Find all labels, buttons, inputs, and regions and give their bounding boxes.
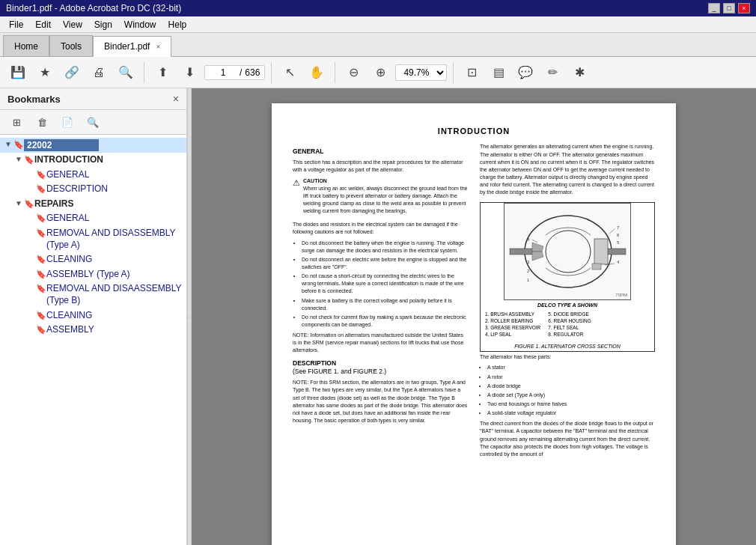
bookmark-item-removal-a[interactable]: 🔖 REMOVAL AND DISASSEMBLY (Type A) (0, 226, 186, 252)
pdf-caution-body: When using an arc welder, always disconn… (303, 185, 468, 216)
pdf-caution-block: ⚠ CAUTION When using an arc welder, alwa… (293, 177, 468, 219)
close-button[interactable]: × (738, 3, 750, 13)
bookmark-label-cleaning-2: CLEANING (46, 310, 92, 322)
menu-help[interactable]: Help (162, 18, 193, 31)
bookmark-item-removal-b[interactable]: 🔖 REMOVAL AND DISAASSEMBLY (Type B) (0, 281, 186, 308)
bookmark-label-cleaning-1: CLEANING (46, 254, 92, 266)
bookmark-item-assembly-b[interactable]: 🔖 ASSEMBLY (0, 323, 186, 338)
bookmark-label-introduction: INTRODUCTION (34, 154, 103, 166)
comment-button[interactable]: 💬 (513, 61, 537, 85)
hand-tool-button[interactable]: ✋ (305, 61, 329, 85)
page-navigation: / 636 (204, 65, 265, 80)
bookmark-item-cleaning-2[interactable]: 🔖 CLEANING (0, 308, 186, 323)
delete-bookmark-button[interactable]: 🗑 (31, 113, 52, 131)
separator-1 (144, 62, 144, 83)
bookmark-label-assembly-a: ASSEMBLY (Type A) (46, 269, 130, 281)
bookmark-label-removal-b: REMOVAL AND DISAASSEMBLY (Type B) (46, 283, 186, 306)
pdf-right-parts-intro: The alternator has these parts: (480, 353, 655, 361)
menu-file[interactable]: File (3, 18, 29, 31)
next-page-button[interactable]: ⬇ (177, 61, 201, 85)
pdf-general-body: This section has a description and the r… (293, 159, 468, 354)
bookmark-item-22002[interactable]: ▼ 🔖 (0, 138, 186, 153)
new-bookmark-button[interactable]: ⊞ (6, 113, 27, 131)
zoom-in-button[interactable]: ⊕ (368, 61, 392, 85)
menu-window[interactable]: Window (118, 18, 162, 31)
stamp-button[interactable]: ✱ (567, 61, 591, 85)
bookmark-item-general-2[interactable]: 🔖 GENERAL (0, 211, 186, 226)
bookmark-item-cleaning-1[interactable]: 🔖 CLEANING (0, 252, 186, 267)
tab-home[interactable]: Home (3, 35, 49, 56)
menu-view[interactable]: View (57, 18, 88, 31)
bookmark-label-assembly-b: ASSEMBLY (46, 324, 94, 336)
svg-text:3: 3 (527, 260, 530, 264)
svg-rect-2 (510, 249, 532, 255)
pdf-diodes-text: The diodes and resistors in the electric… (293, 221, 468, 236)
sidebar-toolbar: ⊞ 🗑 📄 🔍 (0, 110, 186, 135)
search-button[interactable]: 🔍 (114, 61, 138, 85)
bookmark-search-button[interactable]: 🔍 (82, 113, 103, 131)
title-bar-text: Binder1.pdf - Adobe Acrobat Pro DC (32-b… (6, 3, 181, 13)
expand-icon-22002[interactable]: ▼ (3, 140, 13, 148)
fit-width-button[interactable]: ▤ (487, 61, 510, 85)
bookmark-item-repairs[interactable]: ▼ 🔖 REPAIRS (0, 197, 186, 212)
bookmark-properties-button[interactable]: 📄 (57, 113, 78, 131)
bookmark-label-input-22002[interactable] (24, 139, 99, 151)
prev-page-button[interactable]: ⬆ (150, 61, 174, 85)
pdf-part-6: 6. REAR HOUSING (548, 317, 591, 324)
tab-close-button[interactable]: × (156, 43, 160, 51)
pdf-right-direct-text: The direct current from the diodes of th… (480, 420, 655, 458)
bookmark-item-assembly-a[interactable]: 🔖 ASSEMBLY (Type A) (0, 267, 186, 282)
pdf-bullet-3: Do not cause a short-circuit by connecti… (302, 272, 468, 295)
bookmark-item-introduction[interactable]: ▼ 🔖 INTRODUCTION (0, 153, 186, 168)
expand-icon-introduction[interactable]: ▼ (13, 155, 24, 163)
page-number-input[interactable] (210, 67, 237, 78)
pdf-part-2: 2. ROLLER BEARING (485, 317, 540, 324)
pdf-part-e: Two end housings or frame halves (487, 401, 655, 408)
save-button[interactable]: 💾 (6, 61, 30, 85)
tab-document[interactable]: Binder1.pdf × (93, 36, 171, 57)
fit-page-button[interactable]: ⊡ (460, 61, 484, 85)
pdf-figure-image: 8 7 6 5 4 3 2 1 (504, 203, 631, 300)
menu-sign[interactable]: Sign (88, 18, 118, 31)
pdf-figure-parts: 1. BRUSH ASSEMBLY 2. ROLLER BEARING 3. G… (481, 311, 654, 341)
svg-text:8: 8 (527, 237, 530, 242)
select-tool-button[interactable]: ↖ (278, 61, 302, 85)
bookmark-tree: ▼ 🔖 ▼ 🔖 INTRODUCTION 🔖 GENERAL 🔖 DESCRI (0, 135, 186, 545)
bookmark-label-removal-a: REMOVAL AND DISASSEMBLY (Type A) (46, 228, 186, 251)
open-button[interactable]: 🔗 (60, 61, 84, 85)
pdf-description-body: NOTE: For this SRM section, the alternat… (293, 379, 468, 424)
pdf-figure-1: 8 7 6 5 4 3 2 1 (480, 202, 655, 352)
bookmark-button[interactable]: ★ (33, 61, 57, 85)
bookmark-icon-introduction: 🔖 (24, 155, 34, 165)
caution-icon: ⚠ (293, 177, 300, 189)
pdf-part-f: A solid-state voltage regulator (487, 409, 655, 417)
pdf-page: INTRODUCTION GENERAL This section has a … (272, 103, 676, 545)
pdf-part-3: 3. GREASE RESERVOIR (485, 324, 540, 331)
expand-icon-repairs[interactable]: ▼ (13, 199, 24, 207)
maximize-button[interactable]: □ (723, 3, 735, 13)
minimize-button[interactable]: _ (708, 3, 720, 13)
bookmark-icon-removal-b: 🔖 (36, 284, 46, 293)
pdf-viewer[interactable]: INTRODUCTION GENERAL This section has a … (192, 88, 756, 545)
pdf-caution-content: CAUTION When using an arc welder, always… (303, 177, 468, 219)
title-bar: Binder1.pdf - Adobe Acrobat Pro DC (32-b… (0, 0, 756, 16)
pdf-general-text: This section has a description and the r… (293, 159, 468, 174)
highlight-button[interactable]: ✏ (540, 61, 564, 85)
print-button[interactable]: 🖨 (87, 61, 111, 85)
pdf-parts-list: A stator A rotor A diode bridge A diode … (480, 364, 655, 417)
sidebar-close-button[interactable]: × (173, 93, 179, 105)
svg-text:5: 5 (617, 240, 620, 245)
tab-tools[interactable]: Tools (49, 35, 93, 56)
zoom-level-select[interactable]: 49.7% 50% 75% 100% 125% 150% (395, 64, 447, 81)
bookmark-item-description[interactable]: 🔖 DESCRIPTION (0, 182, 186, 197)
sidebar-title: Bookmarks (7, 94, 61, 105)
bookmark-item-general-1[interactable]: 🔖 GENERAL (0, 168, 186, 183)
pdf-description-note: NOTE: For this SRM section, the alternat… (293, 379, 468, 424)
menu-edit[interactable]: Edit (29, 18, 57, 31)
zoom-out-button[interactable]: ⊖ (341, 61, 365, 85)
pdf-part-a: A stator (487, 364, 655, 371)
pdf-part-7: 7. FELT SEAL (548, 324, 591, 331)
pdf-bullet-2: Do not disconnect an electric wire befor… (302, 256, 468, 271)
pdf-columns: GENERAL This section has a description a… (293, 143, 655, 461)
svg-text:7: 7 (617, 225, 620, 230)
